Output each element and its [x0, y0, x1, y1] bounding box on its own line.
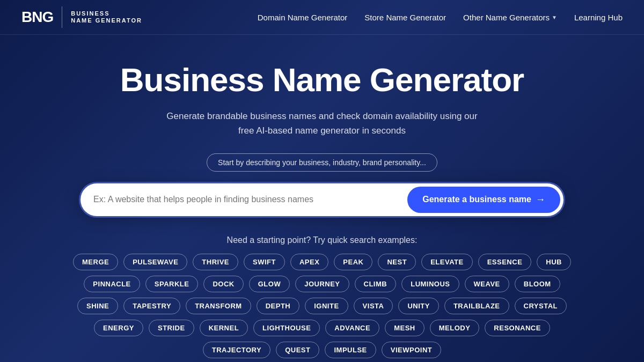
- tag-apex[interactable]: APEX: [290, 254, 328, 270]
- nav-store-generator[interactable]: Store Name Generator: [364, 13, 446, 22]
- tag-merge[interactable]: MERGE: [73, 254, 118, 270]
- tag-luminous[interactable]: LUMINOUS: [401, 276, 459, 292]
- nav-domain-generator[interactable]: Domain Name Generator: [258, 13, 348, 22]
- tag-transform[interactable]: TRANSFORM: [186, 298, 251, 314]
- tag-hub[interactable]: HUB: [537, 254, 571, 270]
- generate-button[interactable]: Generate a business name →: [407, 187, 560, 213]
- tag-viewpoint[interactable]: VIEWPOINT: [382, 342, 441, 358]
- tag-weave[interactable]: WEAVE: [465, 276, 509, 292]
- tag-journey[interactable]: JOURNEY: [295, 276, 349, 292]
- nav-other-generators-label: Other Name Generators: [463, 13, 550, 22]
- tag-stride[interactable]: STRIDE: [149, 320, 194, 336]
- hint-badge[interactable]: Start by describing your business, indus…: [207, 153, 437, 172]
- tag-tapestry[interactable]: TAPESTRY: [123, 298, 180, 314]
- tag-shine[interactable]: SHINE: [77, 298, 118, 314]
- generate-button-label: Generate a business name: [422, 195, 531, 204]
- tag-dock[interactable]: DOCK: [203, 276, 243, 292]
- tag-melody[interactable]: MELODY: [430, 320, 480, 336]
- tag-pulsewave[interactable]: PULSEWAVE: [123, 254, 187, 270]
- tag-resonance[interactable]: RESONANCE: [485, 320, 550, 336]
- chevron-down-icon: ▼: [552, 14, 557, 20]
- tag-depth[interactable]: DEPTH: [257, 298, 300, 314]
- tag-nest[interactable]: NEST: [378, 254, 416, 270]
- logo-text: BUSINESS NAME GENERATOR: [71, 10, 142, 24]
- tag-swift[interactable]: SWIFT: [244, 254, 285, 270]
- nav-learning-hub[interactable]: Learning Hub: [574, 13, 623, 22]
- tags-container: MERGEPULSEWAVETHRIVESWIFTAPEXPEAKNESTELE…: [67, 254, 577, 358]
- nav: Domain Name Generator Store Name Generat…: [258, 13, 623, 22]
- tag-impulse[interactable]: IMPULSE: [325, 342, 376, 358]
- logo-text-bottom: NAME GENERATOR: [71, 17, 142, 24]
- tag-elevate[interactable]: ELEVATE: [421, 254, 473, 270]
- logo-text-top: BUSINESS: [71, 10, 142, 17]
- tag-glow[interactable]: GLOW: [249, 276, 290, 292]
- page-title: Business Name Generator: [120, 62, 524, 98]
- arrow-icon: →: [536, 194, 545, 205]
- quick-examples-title: Need a starting point? Try quick search …: [67, 235, 577, 245]
- tag-quest[interactable]: QUEST: [276, 342, 319, 358]
- nav-other-generators[interactable]: Other Name Generators ▼: [463, 13, 557, 22]
- logo-bng: BNG: [21, 9, 53, 26]
- tag-ignite[interactable]: IGNITE: [305, 298, 348, 314]
- tag-trajectory[interactable]: TRAJECTORY: [203, 342, 270, 358]
- tag-thrive[interactable]: THRIVE: [193, 254, 238, 270]
- tag-essence[interactable]: ESSENCE: [478, 254, 532, 270]
- tag-crystal[interactable]: CRYSTAL: [515, 298, 567, 314]
- tag-bloom[interactable]: BLOOM: [515, 276, 560, 292]
- tag-advance[interactable]: ADVANCE: [325, 320, 379, 336]
- tag-unity[interactable]: UNITY: [398, 298, 439, 314]
- search-input[interactable]: [93, 195, 407, 204]
- logo[interactable]: BNG BUSINESS NAME GENERATOR: [21, 6, 142, 28]
- tag-vista[interactable]: VISTA: [354, 298, 393, 314]
- tag-kernel[interactable]: KERNEL: [200, 320, 248, 336]
- tag-energy[interactable]: ENERGY: [94, 320, 143, 336]
- main-content: Business Name Generator Generate brandab…: [0, 35, 644, 362]
- tag-sparkle[interactable]: SPARKLE: [145, 276, 199, 292]
- quick-examples-section: Need a starting point? Try quick search …: [67, 235, 577, 358]
- tag-climb[interactable]: CLIMB: [355, 276, 397, 292]
- header: BNG BUSINESS NAME GENERATOR Domain Name …: [0, 0, 644, 35]
- tag-lighthouse[interactable]: LIGHTHOUSE: [253, 320, 320, 336]
- tag-pinnacle[interactable]: PINNACLE: [84, 276, 140, 292]
- search-bar: Generate a business name →: [80, 183, 564, 216]
- logo-divider: [62, 6, 62, 28]
- page-subtitle: Generate brandable business names and ch…: [161, 109, 483, 138]
- tag-mesh[interactable]: MESH: [385, 320, 425, 336]
- tag-trailblaze[interactable]: TRAILBLAZE: [444, 298, 509, 314]
- tag-peak[interactable]: PEAK: [334, 254, 372, 270]
